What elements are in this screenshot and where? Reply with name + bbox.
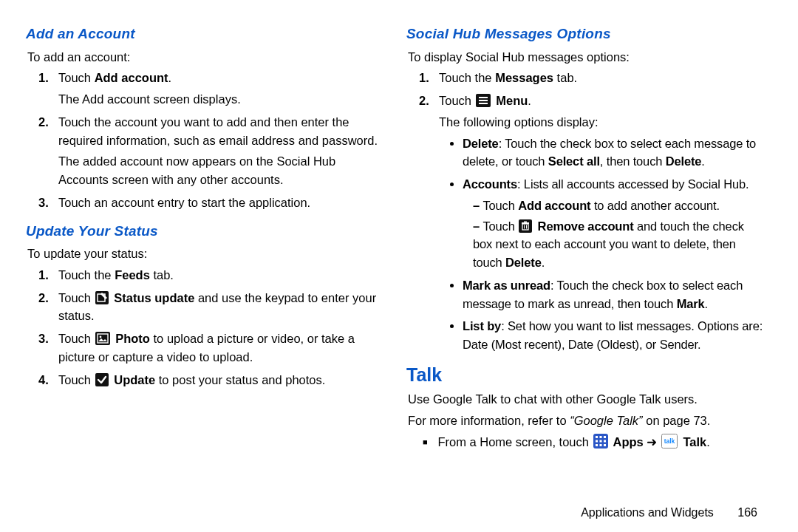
svg-rect-18 (599, 436, 601, 438)
svg-rect-7 (479, 97, 488, 98)
soc-step-2: Touch Menu. The following options displa… (436, 92, 765, 354)
opt-mark-unread: Mark as unread: Touch the check box to s… (463, 276, 765, 313)
svg-text:talk: talk (664, 437, 675, 445)
soc-step-1: Touch the Messages tab. (436, 69, 765, 87)
sub-add-account: Touch Add account to add another account… (473, 197, 765, 215)
apps-grid-icon (593, 434, 608, 449)
social-hub-steps: Touch the Messages tab. Touch Menu. The … (421, 69, 765, 354)
update-intro: To update your status: (27, 245, 381, 263)
add-step-2: Touch the account you want to add and th… (55, 113, 381, 189)
page-number: 166 (737, 504, 757, 522)
svg-point-4 (99, 336, 101, 338)
svg-rect-17 (596, 436, 598, 438)
chapter-name: Applications and Widgets (581, 506, 714, 519)
add-step-1: Touch Add account. The Add account scree… (55, 69, 381, 109)
svg-rect-13 (524, 221, 527, 222)
add-step-3: Touch an account entry to start the appl… (55, 194, 381, 212)
svg-rect-12 (522, 222, 529, 224)
update-status-steps: Touch the Feeds tab. Touch Status update… (41, 266, 381, 389)
svg-rect-23 (596, 444, 598, 446)
svg-rect-22 (604, 440, 606, 442)
talk-app-icon: talk (661, 434, 678, 449)
svg-rect-25 (604, 444, 606, 446)
svg-rect-5 (95, 373, 109, 386)
opt-list-by: List by: Set how you want to list messag… (463, 317, 765, 354)
add-intro: To add an account: (27, 48, 381, 66)
svg-rect-24 (599, 444, 601, 446)
upd-step-2: Touch Status update and use the keypad t… (55, 289, 381, 326)
trash-icon (519, 219, 532, 233)
right-column: Social Hub Messages Options To display S… (399, 15, 772, 510)
talk-p2: For more information, refer to “Google T… (408, 412, 765, 430)
checkmark-icon (95, 373, 109, 386)
svg-rect-8 (479, 100, 488, 101)
left-column: Add an Account To add an account: Touch … (26, 15, 399, 510)
opt-accounts: Accounts: Lists all accounts accessed by… (463, 175, 765, 272)
page-footer: Applications and Widgets 166 (581, 504, 757, 522)
opt-delete: Delete: Touch the check box to select ea… (463, 134, 765, 171)
menu-options: Delete: Touch the check box to select ea… (463, 134, 765, 354)
upd-step-1: Touch the Feeds tab. (55, 266, 381, 284)
square-bullet-icon: ■ (423, 437, 428, 446)
social-intro: To display Social Hub messages options: (408, 48, 765, 66)
status-update-icon (95, 291, 109, 304)
heading-add-account: Add an Account (26, 24, 381, 45)
talk-step: ■ From a Home screen, touch Apps ➜ talk … (423, 433, 765, 451)
accounts-subitems: Touch Add account to add another account… (473, 197, 765, 272)
heading-update-status: Update Your Status (26, 221, 381, 242)
svg-rect-21 (599, 440, 601, 442)
svg-rect-19 (604, 436, 606, 438)
talk-p1: Use Google Talk to chat with other Googl… (408, 390, 765, 409)
photo-icon (95, 332, 110, 345)
heading-social-hub: Social Hub Messages Options (406, 24, 765, 45)
menu-icon (476, 94, 491, 107)
upd-step-4: Touch Update to post your status and pho… (55, 371, 381, 389)
svg-rect-9 (479, 103, 488, 104)
add-account-steps: Touch Add account. The Add account scree… (41, 69, 381, 211)
svg-rect-20 (596, 440, 598, 442)
sub-remove-account: Touch Remove account and touch the check… (473, 217, 765, 272)
heading-talk: Talk (406, 361, 765, 389)
upd-step-3: Touch Photo to upload a picture or video… (55, 330, 381, 366)
